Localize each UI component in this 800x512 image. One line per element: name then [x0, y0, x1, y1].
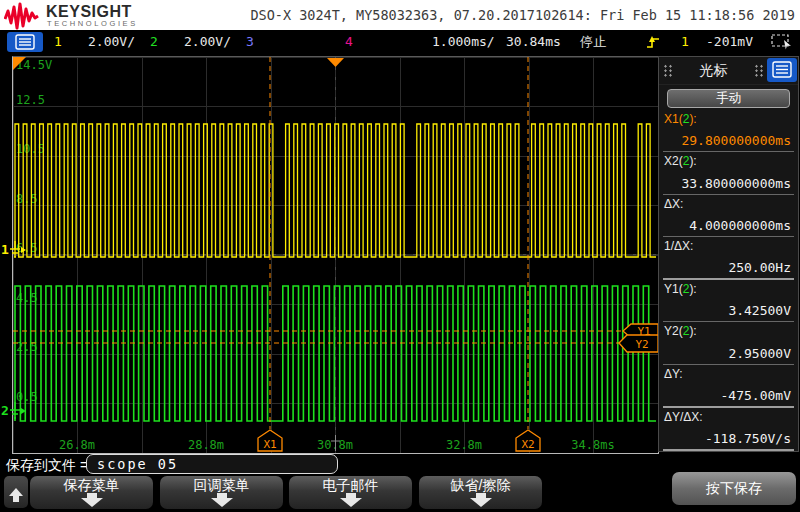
softkey-email[interactable]: 电子邮件	[289, 476, 412, 509]
readout-delta-x: ΔX: 4.000000000ms	[663, 195, 794, 237]
readout-x2-value: 33.800000000ms	[664, 176, 793, 191]
hamburger-menu-icon	[7, 32, 43, 52]
t-label: 34.8ms	[571, 438, 614, 452]
oscilloscope-screen: KEYSIGHT TECHNOLOGIES DSO-X 3024T, MY580…	[0, 0, 800, 512]
t-label: 26.8m	[59, 438, 95, 452]
svg-text:1: 1	[1, 242, 9, 257]
readout-y1-value: 3.42500V	[664, 303, 793, 318]
channel1-trace	[15, 124, 656, 257]
svg-text:2: 2	[1, 403, 9, 418]
delay-readout[interactable]: 30.84ms	[506, 30, 561, 54]
readout-slope-value: -118.750V/s	[664, 431, 793, 446]
brand-subtitle: TECHNOLOGIES	[47, 19, 138, 28]
readout-slope: ΔY/ΔX: -118.750V/s	[663, 408, 794, 451]
panel-grip-left[interactable]	[663, 64, 673, 77]
panel-menu-button[interactable]	[767, 58, 797, 82]
readout-y2-value: 2.95000V	[664, 346, 793, 361]
ch2-ground-marker[interactable]: 2	[0, 398, 26, 424]
ch2-scale[interactable]: 2.00V/	[184, 30, 231, 54]
timebase-readout[interactable]: 1.000ms/	[432, 30, 495, 54]
press-to-save-button[interactable]: 按下保存	[672, 472, 796, 505]
v-label: 10.5	[16, 142, 45, 156]
svg-text:Y2: Y2	[635, 338, 648, 351]
softkey-default-erase[interactable]: 缺省/擦除	[419, 476, 542, 509]
down-arrow-icon	[340, 498, 362, 507]
up-arrow-icon	[9, 488, 23, 496]
keysight-logo: KEYSIGHT TECHNOLOGIES	[4, 1, 254, 29]
t-label: 32.8m	[446, 438, 482, 452]
down-arrow-icon	[81, 498, 103, 507]
readout-inverse-delta-x-value: 250.00Hz	[664, 260, 793, 275]
readout-y2: Y2(2): 2.95000V	[663, 322, 794, 364]
save-file-row: 保存到文件 =	[0, 454, 660, 476]
status-bar: 1 2.00V/ 2 2.00V/ 3 4 1.000ms/ 30.84ms 停…	[0, 30, 800, 54]
trigger-edge-icon	[645, 34, 663, 50]
trigger-source[interactable]: 1	[681, 30, 689, 54]
v-label: 12.5	[16, 93, 45, 107]
readout-delta-x-value: 4.000000000ms	[664, 218, 793, 233]
panel-menu-icon	[767, 58, 797, 82]
header-bar: KEYSIGHT TECHNOLOGIES DSO-X 3024T, MY580…	[0, 0, 800, 30]
filename-input[interactable]	[86, 454, 338, 474]
ch1-number[interactable]: 1	[54, 30, 62, 54]
ch4-number[interactable]: 4	[345, 30, 353, 54]
t-label: 28.8m	[188, 438, 224, 452]
waveform-graticule: 14.5V 12.5 10.5 8.5 6.5 4.5 2.5 0.5 26.8…	[12, 56, 659, 454]
readout-delta-y-value: -475.00mV	[664, 388, 793, 403]
ch1-ground-marker[interactable]: 1	[0, 237, 26, 263]
cursor-panel-titlebar: 光标	[659, 57, 798, 85]
cursor-readouts: X1(2): 29.800000000ms X2(2): 33.80000000…	[659, 110, 798, 451]
ch3-number[interactable]: 3	[246, 30, 254, 54]
cursor-panel: 光标 手动 X1(2): 29.800000000ms X2(2): 33.80…	[658, 56, 799, 452]
time-reference-marker[interactable]	[327, 58, 344, 67]
save-to-file-label: 保存到文件 =	[6, 457, 88, 475]
panel-grip-right[interactable]	[754, 64, 764, 77]
readout-y1: Y1(2): 3.42500V	[663, 280, 794, 322]
channel2-trace	[15, 286, 656, 421]
readout-x1: X1(2): 29.800000000ms	[663, 110, 794, 152]
keysight-wave-icon	[4, 2, 40, 30]
down-arrow-icon	[470, 498, 492, 507]
softkey-recall-menu[interactable]: 回调菜单	[160, 476, 283, 509]
readout-x2: X2(2): 33.800000000ms	[663, 152, 794, 194]
selection-cursor-icon[interactable]	[770, 33, 794, 51]
trigger-level[interactable]: -201mV	[706, 30, 753, 54]
readout-inverse-delta-x: 1/ΔX: 250.00Hz	[663, 237, 794, 280]
svg-text:X2: X2	[521, 438, 534, 451]
svg-text:X1: X1	[263, 438, 276, 451]
down-arrow-icon	[211, 498, 233, 507]
softkey-back-button[interactable]	[4, 476, 28, 508]
v-label: 4.5	[16, 291, 38, 305]
ch1-scale[interactable]: 2.00V/	[88, 30, 135, 54]
run-state-label: 停止	[580, 30, 606, 54]
instrument-title: DSO-X 3024T, MY58032363, 07.20.201710261…	[250, 7, 795, 23]
manual-mode-button[interactable]: 手动	[667, 89, 790, 108]
softkey-save-menu[interactable]: 保存菜单	[30, 476, 153, 509]
readout-delta-y: ΔY: -475.00mV	[663, 365, 794, 408]
main-menu-button[interactable]	[7, 32, 43, 52]
readout-x1-value: 29.800000000ms	[664, 133, 793, 148]
ch2-number[interactable]: 2	[150, 30, 158, 54]
v-label: 2.5	[16, 340, 38, 354]
panel-title: 光标	[677, 62, 750, 80]
